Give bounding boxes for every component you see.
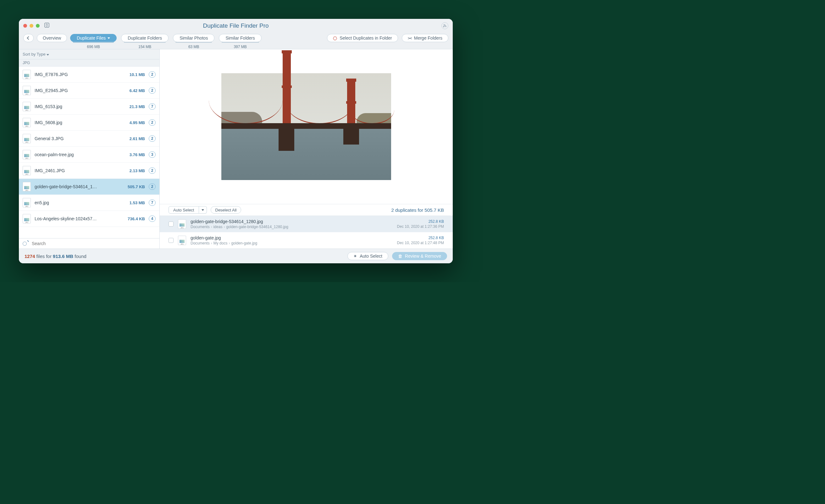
file-size: 6.42 MB <box>130 88 145 93</box>
fullscreen-window-button[interactable] <box>36 24 40 28</box>
file-size: 736.4 KB <box>128 217 145 221</box>
duplicate-row[interactable]: golden-gate.jpg Documents›My docs›golden… <box>160 232 453 249</box>
sort-dropdown[interactable]: Sort by Type <box>19 49 159 59</box>
close-window-button[interactable] <box>23 24 27 28</box>
file-row[interactable]: IMG_E7876.JPG 10.1 MB 2 <box>19 67 159 83</box>
duplicate-count-badge: 2 <box>149 183 156 190</box>
tab-size: 696 MB <box>87 45 100 49</box>
file-type-icon <box>23 182 31 191</box>
merge-folders-label: Merge Folders <box>414 35 442 40</box>
file-count: 1274 <box>24 254 35 259</box>
file-row[interactable]: General 3.JPG 2.61 MB 2 <box>19 131 159 147</box>
footer-status: 1274 files for 913.6 MB found <box>24 254 86 259</box>
file-row[interactable]: IMG_5608.jpg 4.95 MB 2 <box>19 115 159 131</box>
app-title: Duplicate File Finder Pro <box>19 22 453 29</box>
file-type-icon <box>178 236 186 245</box>
file-size: 2.61 MB <box>130 136 145 141</box>
footer-auto-select-button[interactable]: Auto Select <box>348 252 388 260</box>
image-preview <box>160 49 453 204</box>
auto-select-button[interactable]: Auto Select <box>168 206 199 214</box>
file-size: 4.95 MB <box>130 120 145 125</box>
preview-image <box>221 73 391 180</box>
overview-button[interactable]: Overview <box>37 34 67 42</box>
duplicate-file-size: 252.8 KB <box>397 236 444 240</box>
file-size: 3.76 MB <box>130 152 145 157</box>
duplicate-count-badge: 2 <box>149 167 156 174</box>
file-row[interactable]: IMG_E2945.JPG 6.42 MB 2 <box>19 83 159 99</box>
duplicate-summary: 2 duplicates for 505.7 KB <box>391 207 444 213</box>
merge-icon <box>408 35 411 40</box>
duplicate-count-badge: 7 <box>149 103 156 110</box>
select-duplicates-in-folder-button[interactable]: Select Duplicates in Folder <box>327 34 398 42</box>
footer: 1274 files for 913.6 MB found Auto Selec… <box>19 249 453 263</box>
file-row[interactable]: golden-gate-bridge-534614_1… 505.7 KB 2 <box>19 179 159 195</box>
total-size: 913.6 MB <box>53 254 73 259</box>
checkbox[interactable] <box>168 238 173 243</box>
file-name: IMG_5608.jpg <box>34 120 126 125</box>
wand-icon <box>353 254 357 259</box>
file-name: IMG_2461.JPG <box>34 168 126 173</box>
duplicate-row[interactable]: golden-gate-bridge-534614_1280.jpg Docum… <box>160 216 453 232</box>
checkbox[interactable] <box>168 222 173 227</box>
group-header: JPG <box>19 59 159 67</box>
file-name: ocean-palm-tree.jpg <box>34 152 126 157</box>
tab-similar-folders[interactable]: Similar Folders <box>219 34 261 42</box>
tab-size: 154 MB <box>138 45 151 49</box>
tab-similar-photos[interactable]: Similar Photos <box>173 34 214 42</box>
duplicate-count-badge: 3 <box>149 152 156 158</box>
file-row[interactable]: ocean-palm-tree.jpg 3.76 MB 3 <box>19 147 159 163</box>
file-name: IMG_E2945.JPG <box>34 88 126 93</box>
merge-folders-button[interactable]: Merge Folders <box>402 34 448 42</box>
app-window: Duplicate File Finder Pro Overview Dupli… <box>19 19 453 263</box>
duplicate-list: golden-gate-bridge-534614_1280.jpg Docum… <box>160 216 453 249</box>
file-type-icon <box>23 118 31 127</box>
expand-icon[interactable] <box>44 22 50 29</box>
file-name: golden-gate-bridge-534614_1… <box>34 184 124 189</box>
search-input[interactable] <box>32 241 156 246</box>
file-size: 10.1 MB <box>130 72 145 77</box>
file-type-icon <box>23 166 31 175</box>
file-size: 1.53 MB <box>130 200 145 205</box>
review-remove-button[interactable]: Review & Remove <box>392 252 447 260</box>
chevron-down-icon <box>202 209 204 211</box>
trash-icon <box>398 254 402 259</box>
file-row[interactable]: IMG_2461.JPG 2.13 MB 2 <box>19 163 159 179</box>
duplicate-file-date: Dec 10, 2020 at 1:27:36 PM <box>397 224 444 229</box>
detail-toolbar: Auto Select Deselect All 2 duplicates fo… <box>160 204 453 216</box>
duplicate-count-badge: 2 <box>149 71 156 78</box>
minimize-window-button[interactable] <box>29 24 33 28</box>
file-name: General 3.JPG <box>34 136 126 141</box>
duplicate-count-badge: 2 <box>149 119 156 126</box>
auto-select-dropdown[interactable] <box>199 206 207 214</box>
deselect-all-button[interactable]: Deselect All <box>211 206 241 214</box>
tab-group: Duplicate Files696 MBDuplicate Folders15… <box>70 34 261 49</box>
search-icon <box>23 242 28 246</box>
file-row[interactable]: IMG_6153.jpg 21.3 MB 7 <box>19 99 159 115</box>
toolbar: Overview Duplicate Files696 MBDuplicate … <box>19 33 453 49</box>
file-name: Los-Angeles-skyline-1024x57… <box>34 216 124 221</box>
tab-duplicate-folders[interactable]: Duplicate Folders <box>121 34 168 42</box>
file-type-icon <box>23 70 31 79</box>
file-size: 505.7 KB <box>128 184 145 189</box>
search-row <box>19 238 159 249</box>
back-button[interactable] <box>23 34 33 42</box>
file-row[interactable]: Los-Angeles-skyline-1024x57… 736.4 KB 4 <box>19 211 159 227</box>
duplicate-file-name: golden-gate.jpg <box>191 235 393 240</box>
duplicate-count-badge: 7 <box>149 199 156 206</box>
file-type-icon <box>23 150 31 159</box>
titlebar: Duplicate File Finder Pro <box>19 19 453 33</box>
chevron-down-icon <box>47 54 49 56</box>
review-remove-label: Review & Remove <box>405 254 441 259</box>
file-size: 21.3 MB <box>130 104 145 109</box>
file-type-icon <box>23 86 31 95</box>
file-type-icon <box>23 214 31 224</box>
detail-pane: Auto Select Deselect All 2 duplicates fo… <box>160 49 453 249</box>
chevron-down-icon <box>107 37 110 39</box>
tab-size: 63 MB <box>188 45 199 49</box>
file-row[interactable]: en5.jpg 1.53 MB 7 <box>19 195 159 211</box>
main-split: Sort by Type JPG IMG_E7876.JPG 10.1 MB 2… <box>19 49 453 249</box>
rss-icon[interactable] <box>441 22 448 29</box>
file-type-icon <box>23 102 31 111</box>
tab-duplicate-files[interactable]: Duplicate Files <box>70 34 117 42</box>
sidebar: Sort by Type JPG IMG_E7876.JPG 10.1 MB 2… <box>19 49 160 249</box>
